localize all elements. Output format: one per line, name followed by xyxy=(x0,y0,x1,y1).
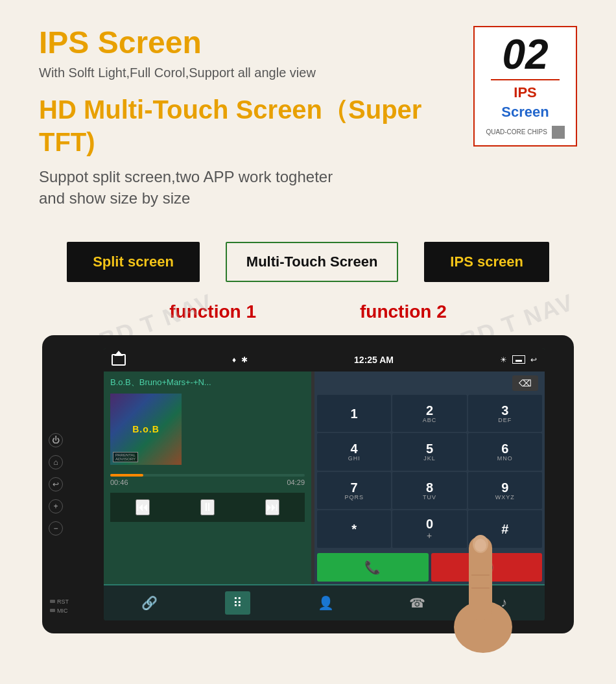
controls-row: ⏮ ⏸ ⏭ xyxy=(110,493,305,522)
progress-bar-bg[interactable] xyxy=(110,474,305,477)
function2-label: function 2 xyxy=(360,301,447,322)
badge-ips-label: IPS xyxy=(514,84,536,101)
key-5[interactable]: 5JKL xyxy=(392,433,466,471)
hd-title: HD Multi-Touch Screen（Super TFT) xyxy=(39,92,454,157)
rst-mic-area: RST MIC xyxy=(50,598,69,614)
nav-link-button[interactable]: 🔗 xyxy=(134,591,165,615)
end-call-button[interactable]: 📵 xyxy=(431,553,543,582)
badge-number: 02 xyxy=(502,34,548,75)
badge-divider xyxy=(491,79,560,80)
time-total: 04:29 xyxy=(287,478,305,486)
call-button[interactable]: 📞 xyxy=(317,553,429,582)
dialer-header: ⌫ xyxy=(314,371,545,395)
status-bar: ♦ ✱ 12:25 AM ☀ ▬ ↩ xyxy=(104,348,545,371)
home-button[interactable]: ⌂ xyxy=(49,455,63,469)
ips-screen-button[interactable]: IPS screen xyxy=(424,242,549,282)
ips-title: IPS Screen xyxy=(39,26,454,60)
battery-icon: ▬ xyxy=(512,355,525,364)
key-star[interactable]: * xyxy=(317,510,391,548)
support-text: Suppot split screen,two APP work toghete… xyxy=(39,166,454,209)
back-button[interactable]: ↩ xyxy=(49,477,63,491)
phone-panel: ⌫ 1 2ABC 3DEF 4GHI xyxy=(314,371,545,584)
vol-up-button[interactable]: + xyxy=(49,499,63,513)
multi-touch-button[interactable]: Multi-Touch Screen xyxy=(226,242,399,282)
key-2[interactable]: 2ABC xyxy=(392,395,466,432)
text-content: IPS Screen With Solft Light,Full Corol,S… xyxy=(39,26,454,209)
badge-screen-label: Screen xyxy=(501,104,549,121)
key-3[interactable]: 3DEF xyxy=(468,395,542,432)
top-section: IPS Screen With Solft Light,Full Corol,S… xyxy=(0,0,616,222)
play-pause-button[interactable]: ⏸ xyxy=(200,499,215,515)
keypad: 1 2ABC 3DEF 4GHI 5JKL xyxy=(314,395,545,550)
subtitle: With Solft Light,Full Corol,Support all … xyxy=(39,65,454,80)
function-row: function 1 function 2 xyxy=(0,295,616,329)
call-buttons: 📞 📵 xyxy=(314,550,545,584)
power-button[interactable]: ⏻ xyxy=(49,433,63,447)
progress-times: 00:46 04:29 xyxy=(110,478,305,486)
badge-chips-label: QUAD-CORE CHIPS xyxy=(486,126,564,139)
location-icon: ♦ xyxy=(232,355,236,364)
key-1[interactable]: 1 xyxy=(317,395,391,432)
progress-section: 00:46 04:29 xyxy=(110,474,305,486)
status-time: 12:25 AM xyxy=(354,355,394,365)
vol-down-button[interactable]: − xyxy=(49,521,63,536)
progress-bar-fill xyxy=(110,474,143,477)
split-screen-button[interactable]: Split screen xyxy=(67,242,200,282)
key-9[interactable]: 9WXYZ xyxy=(468,472,542,510)
album-art: B.o.B PARENTALADVISORY xyxy=(110,394,182,465)
music-title: B.o.B、Bruno+Mars+-+N... xyxy=(110,377,305,388)
bluetooth-icon: ✱ xyxy=(241,355,248,364)
buttons-row: Split screen Multi-Touch Screen IPS scre… xyxy=(0,242,616,282)
backspace-button[interactable]: ⌫ xyxy=(512,375,538,391)
key-4[interactable]: 4GHI xyxy=(317,433,391,471)
key-8[interactable]: 8TUV xyxy=(392,472,466,510)
nav-recents-button[interactable]: ☎ xyxy=(401,591,433,615)
device-screen: ♦ ✱ 12:25 AM ☀ ▬ ↩ B.o.B、Bruno+Mars+-+N.… xyxy=(104,348,545,620)
nav-grid-button[interactable]: ⠿ xyxy=(225,591,250,615)
nav-contacts-button[interactable]: 👤 xyxy=(310,591,342,615)
prev-button[interactable]: ⏮ xyxy=(136,499,150,515)
advisory-badge: PARENTALADVISORY xyxy=(113,452,138,462)
next-button[interactable]: ⏭ xyxy=(265,499,279,515)
brightness-icon: ☀ xyxy=(500,355,507,364)
bottom-nav: 🔗 ⠿ 👤 ☎ ♪ xyxy=(104,584,545,620)
feature-badge: 02 IPS Screen QUAD-CORE CHIPS xyxy=(473,26,577,147)
status-right: ☀ ▬ ↩ xyxy=(500,355,537,364)
key-7[interactable]: 7PQRS xyxy=(317,472,391,510)
home-icon[interactable] xyxy=(112,354,126,366)
chips-icon xyxy=(552,126,565,139)
car-unit: ⏻ ⌂ ↩ + − RST MIC ♦ xyxy=(42,335,574,633)
key-hash[interactable]: # xyxy=(468,510,542,548)
mic-label: MIC xyxy=(50,607,69,614)
back-arrow-icon[interactable]: ↩ xyxy=(530,355,537,364)
status-left xyxy=(112,354,126,366)
rst-label: RST xyxy=(50,598,69,605)
key-0[interactable]: 0+ xyxy=(392,510,466,548)
function1-label: function 1 xyxy=(169,301,256,322)
screen-content: B.o.B、Bruno+Mars+-+N... B.o.B PARENTALAD… xyxy=(104,371,545,584)
side-controls: ⏻ ⌂ ↩ + − xyxy=(49,433,63,536)
status-icons-mid: ♦ ✱ xyxy=(232,355,248,364)
device-area: ⏻ ⌂ ↩ + − RST MIC ♦ xyxy=(42,335,574,633)
key-6[interactable]: 6MNO xyxy=(468,433,542,471)
nav-music-button[interactable]: ♪ xyxy=(493,591,515,614)
time-elapsed: 00:46 xyxy=(110,478,128,486)
music-main: B.o.B PARENTALADVISORY xyxy=(110,394,305,465)
music-panel: B.o.B、Bruno+Mars+-+N... B.o.B PARENTALAD… xyxy=(104,371,311,584)
